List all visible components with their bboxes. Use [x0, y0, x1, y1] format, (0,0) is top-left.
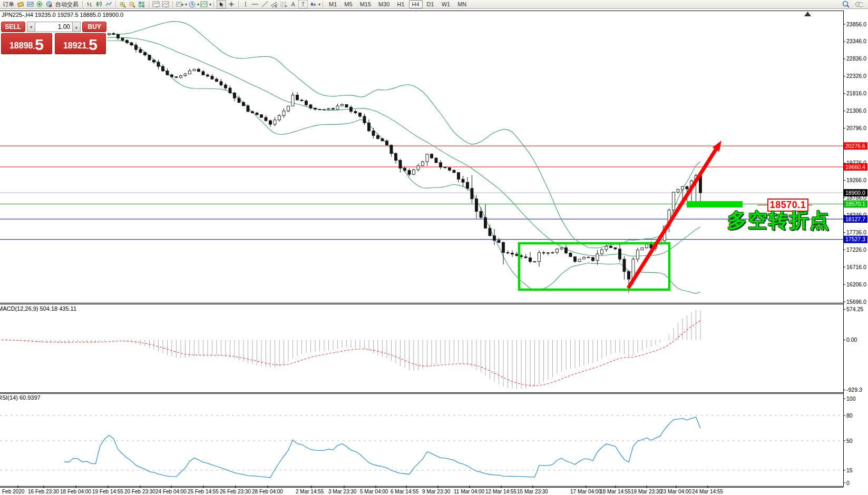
toolbar-separator: [213, 1, 214, 7]
tab-timeframe-MN[interactable]: MN: [454, 0, 470, 8]
search-icon[interactable]: [842, 1, 850, 8]
toolbar-separator: [238, 1, 239, 7]
macd-tick-label: -929.3: [846, 387, 862, 393]
price-tick-label: 21306.0: [846, 107, 866, 114]
price-tick-label: 22326.0: [846, 73, 866, 79]
tab-timeframe-M5[interactable]: M5: [341, 0, 355, 8]
price-tick-label: 19266.0: [846, 177, 866, 183]
volume-decrease-button[interactable]: ▼: [27, 22, 35, 32]
time-tick-label: 24 Feb 04:00: [155, 489, 187, 494]
rsi-line: [64, 417, 700, 478]
time-tick-label: Feb 2020: [2, 489, 25, 494]
trendline-icon[interactable]: [260, 1, 269, 8]
new-order-button[interactable]: 订单: [3, 1, 14, 8]
sell-price-main: 18898: [9, 39, 33, 53]
indicator-list-icon[interactable]: [161, 1, 170, 8]
symbol-ohlc-label: JPN225-,H4 19235.0 19297.5 18885.0 18900…: [2, 12, 123, 18]
time-tick-label: 12 Mar 14:55: [485, 489, 516, 494]
range-box-drawing[interactable]: [519, 243, 669, 290]
price-badge-label: 19660.4: [845, 164, 865, 170]
cursor-icon[interactable]: [217, 0, 226, 8]
one-click-trading-panel: SELL ▼ ▲ BUY 18898.5 18921.5: [0, 20, 108, 55]
time-tick-label: 2 Mar 14:55: [296, 489, 324, 494]
tab-timeframe-H1[interactable]: H1: [394, 0, 407, 8]
tab-timeframe-H4[interactable]: H4: [409, 0, 423, 8]
hlines: [0, 146, 843, 240]
candles: [1, 31, 702, 293]
toolbar-right-group: [841, 1, 864, 8]
sell-price-quote[interactable]: 18898.5: [1, 33, 52, 54]
vertical-line-icon[interactable]: [241, 1, 250, 8]
chevron-down-icon[interactable]: ▾: [197, 2, 199, 7]
text-tool-icon[interactable]: A: [289, 1, 297, 8]
trend-arrow-drawing[interactable]: [628, 150, 716, 288]
macd-indicator-label: MACD(12,26,9) 504.18 435.11: [0, 305, 76, 312]
price-tick-label: 15696.0: [846, 299, 866, 305]
chart-canvas[interactable]: 23856.023346.022836.022326.021816.021306…: [0, 0, 868, 495]
price-tick-label: 21816.0: [846, 90, 866, 96]
timeframe-group: M1M5M15M30H1H4D1W1MN: [325, 0, 470, 8]
tab-timeframe-M15[interactable]: M15: [357, 0, 374, 8]
chevron-down-icon[interactable]: ▾: [318, 2, 320, 7]
market-watch-icon[interactable]: [45, 1, 53, 8]
tab-timeframe-W1[interactable]: W1: [438, 0, 454, 8]
sell-price-frac: 5: [35, 37, 44, 53]
horizontal-line-icon[interactable]: [251, 1, 259, 8]
tile-windows-icon[interactable]: [138, 1, 146, 8]
sell-button[interactable]: SELL: [1, 22, 25, 32]
line-chart-icon[interactable]: [104, 1, 113, 8]
macd-tick-label: 0.00: [846, 336, 857, 343]
indicator-window-icon[interactable]: [152, 1, 160, 8]
autotrading-button[interactable]: 自动交易: [55, 1, 79, 8]
volume-input[interactable]: [35, 22, 72, 32]
time-tick-label: 17 Mar 04:00: [570, 489, 601, 494]
price-tick-label: 17226.0: [846, 246, 866, 253]
time-tick-label: 23 Mar 04:00: [660, 489, 691, 494]
rsi-tick-label: 15: [846, 467, 853, 473]
buy-price-frac: 5: [89, 37, 97, 53]
support-bar-drawing[interactable]: [687, 201, 743, 207]
shapes-icon[interactable]: [309, 1, 317, 8]
buy-price-quote[interactable]: 18921.5: [55, 33, 106, 54]
toolbar: 订单 自动交易 ▾ ▾ ▾ E F A T ▾ M1M5M15M30H1H4D1…: [0, 0, 868, 9]
time-tick-label: 20 Feb 23:30: [124, 489, 155, 494]
tab-timeframe-D1[interactable]: D1: [424, 0, 437, 8]
turning-point-annotation[interactable]: 多空转折点: [727, 207, 830, 234]
add-indicator-icon[interactable]: [175, 1, 184, 8]
macd-signal-line: [2, 321, 700, 386]
price-badge-label: 18900.0: [845, 190, 865, 196]
volume-increase-button[interactable]: ▲: [72, 22, 81, 32]
time-tick-label: 28 Feb 04:00: [252, 489, 283, 494]
price-tick-label: 20796.0: [846, 125, 866, 131]
label-tool-icon[interactable]: T: [298, 0, 308, 8]
macd-plot: [2, 310, 700, 389]
chat-icon[interactable]: [855, 1, 863, 8]
bar-chart-icon[interactable]: [85, 1, 94, 8]
chevron-down-icon[interactable]: ▾: [209, 2, 211, 7]
fibonacci-icon[interactable]: F: [279, 1, 288, 8]
zoom-in-icon[interactable]: [119, 1, 127, 8]
macd-tick-label: 574.25: [846, 306, 863, 312]
time-tick-label: 16 Feb 23:30: [28, 489, 59, 494]
period-clock-icon[interactable]: [188, 1, 196, 8]
candlestick-chart-icon[interactable]: [95, 1, 103, 8]
toolbar-separator: [149, 1, 149, 7]
channel-icon[interactable]: E: [270, 1, 278, 8]
signal-icon[interactable]: [35, 1, 44, 8]
template-icon[interactable]: [200, 1, 208, 8]
new-order-icon[interactable]: [16, 1, 25, 8]
chevron-down-icon[interactable]: ▾: [185, 2, 187, 7]
time-tick-label: 6 Mar 14:55: [391, 489, 419, 494]
price-badge-label: 20276.6: [845, 143, 865, 149]
toolbar-separator: [172, 1, 173, 7]
crosshair-icon[interactable]: [227, 1, 236, 8]
chart-window-icon[interactable]: [26, 1, 34, 8]
zoom-out-icon[interactable]: [128, 1, 136, 8]
buy-button[interactable]: BUY: [82, 22, 106, 32]
tab-timeframe-M1[interactable]: M1: [326, 0, 340, 8]
svg-text:E: E: [275, 5, 277, 8]
tab-timeframe-M30[interactable]: M30: [375, 0, 393, 8]
time-tick-label: 9 Mar 23:30: [422, 489, 451, 494]
price-tick-label: 16716.0: [846, 264, 866, 270]
rsi-tick-label: 80: [846, 412, 853, 419]
